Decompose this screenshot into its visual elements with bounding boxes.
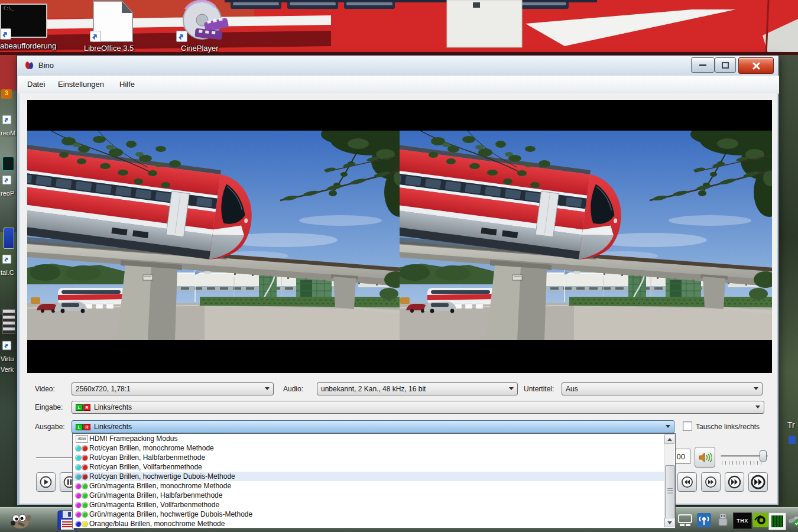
edge-icon-label: reoM: [1, 129, 15, 137]
option-label: Grün/magenta Brillen, Halbfarbenmethode: [89, 491, 222, 499]
option-label: Orange/blau Brillen, monochrome Methode: [89, 520, 225, 528]
output-option[interactable]: Grün/magenta Brillen, Halbfarbenmethode: [73, 491, 675, 500]
menu-datei[interactable]: Datei: [24, 79, 48, 90]
anaglyph-glasses-icon: [76, 502, 89, 508]
edge-icon-label: reoP: [1, 190, 14, 197]
nvidia-tray-icon[interactable]: [753, 512, 768, 528]
desktop-icon-label: CinePlayer: [181, 44, 219, 53]
edge-icon-label: Virtu: [1, 355, 14, 362]
play-button[interactable]: [36, 472, 56, 492]
chevron-down-icon: [666, 425, 670, 428]
anaglyph-glasses-icon: [76, 521, 89, 527]
display-tray-icon[interactable]: [677, 512, 693, 528]
seek-slider[interactable]: [36, 457, 73, 459]
video-display[interactable]: [27, 100, 772, 373]
edge-icon-badge[interactable]: [4, 228, 14, 249]
fast-forward-icon: [751, 475, 765, 489]
scroll-down-button[interactable]: [664, 518, 674, 527]
output-option-highlighted[interactable]: Rot/cyan Brillen, hochwertige Dubois-Met…: [73, 472, 675, 481]
usb-tray-icon[interactable]: [715, 512, 731, 528]
desktop-icon-cineplayer[interactable]: CinePlayer: [173, 0, 238, 54]
option-label: Rot/cyan Brillen, hochwertige Dubois-Met…: [89, 472, 235, 481]
output-option[interactable]: Grün/magenta Brillen, monochrome Methode: [73, 481, 675, 491]
output-layout-select[interactable]: LR Links/rechts: [72, 420, 674, 433]
output-option[interactable]: Orange/blau Brillen, monochrome Methode: [73, 519, 675, 528]
output-option[interactable]: Grün/magenta Brillen, hochwertige Dubois…: [73, 510, 675, 519]
shortcut-arrow-icon: [2, 255, 11, 264]
desktop-icon-libreoffice[interactable]: LibreOffice 3.5: [83, 0, 154, 54]
right-desktop-edge: Tr: [779, 55, 798, 507]
fast-forward-icon: [705, 476, 717, 488]
menu-hilfe[interactable]: Hilfe: [116, 79, 138, 90]
close-button[interactable]: [738, 57, 774, 74]
led-grid-tray-icon[interactable]: [768, 512, 786, 530]
anaglyph-glasses-icon: [76, 465, 89, 470]
seek-forward-large-button[interactable]: [748, 472, 768, 492]
fast-forward-icon: [728, 475, 741, 489]
edge-icon-badge[interactable]: [2, 309, 15, 334]
audio-label: Audio:: [283, 385, 303, 393]
input-label: Eingabe:: [35, 403, 63, 411]
volume-slider-thumb[interactable]: [760, 450, 767, 462]
output-option[interactable]: Rot/cyan Brillen, Vollfarbenmethode: [73, 462, 675, 472]
desktop-icon-label: abeaufforderung: [0, 41, 56, 50]
maximize-button[interactable]: [715, 57, 736, 73]
chevron-down-icon: [754, 387, 758, 390]
input-layout-select[interactable]: LR Links/rechts: [72, 401, 764, 414]
left-desktop-edge: 3 reoM reoP tal.C Virtu Verk: [0, 55, 17, 507]
chevron-down-icon: [755, 406, 760, 408]
output-option[interactable]: Grün/magenta Brillen, Vollfarbenmethode: [73, 500, 675, 510]
window-title: Bino: [38, 61, 54, 70]
seek-backward-button[interactable]: [677, 472, 697, 492]
shortcut-arrow-icon: [0, 28, 11, 40]
menu-einstellungen[interactable]: Einstellungen: [54, 79, 108, 90]
speaker-icon: [699, 452, 712, 463]
seek-forward-medium-button[interactable]: [725, 472, 744, 492]
chevron-down-icon: [265, 387, 270, 390]
video-frame-left: [27, 131, 400, 340]
menubar: Datei Einstellungen Hilfe: [18, 76, 779, 94]
left-right-icon: LR: [76, 404, 90, 411]
option-label: Grün/magenta Brillen, monochrome Methode: [89, 482, 231, 490]
thx-tray-icon[interactable]: THX: [733, 512, 752, 529]
swap-left-right-checkbox[interactable]: [683, 421, 692, 431]
output-label: Ausgabe:: [35, 423, 65, 431]
swap-checkbox-label: Tausche links/rechts: [696, 423, 760, 431]
scrollbar-grip: [667, 488, 673, 494]
bino-logo-icon: [24, 60, 35, 71]
dropdown-scrollbar[interactable]: [664, 434, 674, 527]
edge-icon-badge[interactable]: 3: [1, 89, 12, 99]
shortcut-arrow-icon: [176, 31, 187, 42]
shortcut-arrow-icon: [2, 176, 11, 184]
desktop: C:\_ abeaufforderung LibreOffice 3.5 Cin…: [0, 0, 798, 532]
option-label: Rot/cyan Brillen, monochrome Methode: [89, 444, 214, 452]
anaglyph-glasses-icon: [76, 512, 89, 517]
rewind-icon: [681, 476, 693, 488]
anaglyph-glasses-icon: [76, 493, 89, 498]
scrollbar-thumb[interactable]: [665, 465, 675, 518]
edge-icon-badge[interactable]: [2, 157, 14, 171]
subtitle-select[interactable]: Aus: [562, 382, 763, 395]
safely-remove-tray-icon[interactable]: [786, 512, 798, 528]
wireless-tray-icon[interactable]: [696, 512, 712, 528]
audio-track-select[interactable]: unbekannt, 2 Kan., 48 kHz, 16 bit: [317, 382, 518, 395]
output-option[interactable]: HDMI HDMI Framepacking Modus: [73, 434, 675, 443]
option-label: Rot/cyan Brillen, Vollfarbenmethode: [89, 463, 202, 471]
shortcut-arrow-icon: [2, 341, 11, 350]
chevron-down-icon: [509, 387, 514, 390]
minimize-button[interactable]: [691, 57, 715, 73]
output-dropdown-list: HDMI HDMI Framepacking Modus Rot/cyan Br…: [72, 433, 676, 528]
titlebar[interactable]: Bino: [17, 56, 778, 76]
gimp-taskbar-icon[interactable]: [8, 510, 33, 531]
desktop-icon-command-prompt[interactable]: C:\_ abeaufforderung: [0, 2, 71, 53]
seek-forward-small-button[interactable]: [701, 472, 721, 492]
video-label: Video:: [35, 385, 55, 393]
anaglyph-glasses-icon: [76, 446, 89, 451]
mute-button[interactable]: [695, 447, 715, 468]
scroll-up-button[interactable]: [664, 434, 674, 444]
hdmi-icon: HDMI: [76, 435, 89, 443]
output-option[interactable]: Rot/cyan Brillen, monochrome Methode: [73, 443, 675, 453]
desktop-icon-label: LibreOffice 3.5: [84, 44, 134, 53]
video-format-select[interactable]: 2560x720, 1,78:1: [72, 382, 274, 395]
output-option[interactable]: Rot/cyan Brillen, Halbfarbenmethode: [73, 453, 675, 462]
